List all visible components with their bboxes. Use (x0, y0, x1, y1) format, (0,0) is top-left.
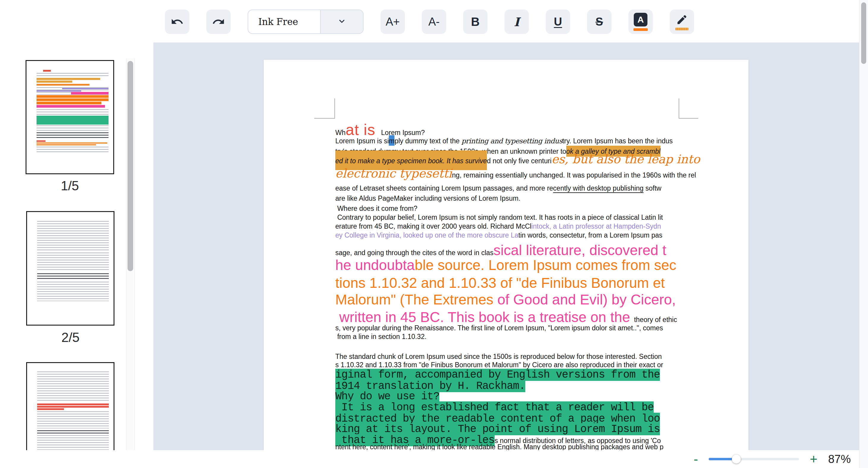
doc-line: king at its layout. The point of using L… (335, 423, 660, 435)
page-thumbnail-2[interactable] (26, 211, 115, 325)
main-scrollbar[interactable] (859, 0, 868, 468)
doc-line: tions 1.10.32 and 1.10.33 of "de Finibus… (335, 275, 665, 291)
page-thumbnail-3[interactable] (26, 362, 115, 450)
sidebar-scrollbar[interactable] (126, 58, 135, 450)
text-segment: of Good and Evil) by Cicero, (497, 292, 676, 307)
text-segment (375, 129, 381, 136)
text-segment: ease of Letraset sheets containing Lorem… (335, 184, 553, 192)
doc-line: electronic typesetting, remaining essent… (335, 166, 696, 180)
text-segment: electronic typesetti (335, 166, 452, 180)
page-label-2: 2/5 (26, 330, 115, 345)
bold-icon: B (471, 15, 480, 29)
doc-line: he undoubtable source. Lorem Ipsum comes… (335, 257, 676, 273)
thumbnail-1-preview (27, 61, 113, 173)
redo-button[interactable] (206, 9, 231, 34)
margin-mark-right-icon (679, 98, 679, 119)
undo-button[interactable] (165, 9, 189, 34)
text-segment: Contrary to popular belief, Lorem Ipsum … (335, 214, 663, 221)
highlighter-button[interactable] (670, 9, 694, 34)
doc-line: ease of Letraset sheets containing Lorem… (335, 184, 661, 192)
document-page[interactable]: What is Lorem Ipsum?Lorem Ipsum is simpl… (264, 60, 748, 450)
redo-icon (212, 15, 225, 28)
zoom-slider[interactable] (709, 455, 799, 464)
font-selector-value-area: Ink Free (248, 10, 320, 33)
doc-line: ed it to make a type specimen book. It h… (335, 152, 700, 166)
italic-button[interactable]: I (504, 9, 529, 34)
text-segment: intock, a Latin professor at Hampden-Syd… (531, 222, 661, 230)
text-segment: s, very popular during the Renaissance. … (335, 324, 663, 332)
zoom-in-button[interactable]: + (810, 453, 817, 466)
strikethrough-button[interactable]: S (587, 9, 612, 34)
text-segment: sage, and going through the cites of the… (335, 249, 493, 257)
doc-line: s, very popular during the Renaissance. … (335, 324, 663, 332)
text-segment: s 1.10.32 and 1.10.33 from "de Finibus B… (335, 361, 663, 369)
doc-line: What is Lorem Ipsum? (335, 121, 425, 139)
font-name-label: Ink Free (258, 17, 298, 27)
main-scrollbar-thumb[interactable] (861, 2, 866, 64)
text-segment: he undoubta (335, 257, 415, 273)
app-window: Ink Free A+ A- B I U S A (0, 0, 868, 468)
text-segment: es, but also the leap into (551, 152, 700, 166)
font-size-decrease-button[interactable]: A- (422, 9, 446, 34)
page-thumbnail-1[interactable] (26, 60, 114, 174)
font-selector[interactable]: Ink Free (248, 9, 364, 34)
text-segment: Where does it come from? (335, 205, 417, 212)
font-color-button[interactable]: A (628, 9, 653, 34)
doc-line: erature from 45 BC, making it over 2000 … (335, 222, 661, 230)
text-segment: sical literature, discovered t (493, 242, 666, 258)
pen-icon (676, 13, 688, 26)
text-segment: try. Lorem Ipsum has been the indus (562, 137, 673, 145)
bold-button[interactable]: B (463, 9, 488, 34)
text-segment: at is (346, 121, 375, 138)
doc-line: Malorum" (The Extremes of Good and Evil)… (335, 291, 676, 308)
text-segment: The standard chunk of Lorem Ipsum used s… (335, 353, 662, 361)
doc-line: from a line in section 1.10.32. (335, 333, 427, 340)
text-segment: Lorem Ipsum is si (335, 137, 389, 145)
underline-button[interactable]: U (546, 9, 570, 34)
doc-line: ey College in Virginia, looked up one of… (335, 231, 662, 239)
text-segment: Why do we use it? (335, 391, 439, 403)
doc-line: Contrary to popular belief, Lorem Ipsum … (335, 214, 663, 221)
doc-line: Where does it come from? (335, 205, 417, 212)
font-selector-dropdown[interactable] (320, 10, 363, 33)
zoom-slider-thumb[interactable] (732, 455, 741, 464)
text-segment: ble source. Lorem Ipsum comes from sec (415, 257, 676, 273)
text-segment: softw (644, 184, 661, 192)
zoom-level: 87% (828, 453, 851, 466)
text-segment: d not only five centuri (487, 157, 551, 165)
text-segment: cently with desktop publishing (553, 184, 644, 192)
zoom-controls: - + 87% (694, 450, 851, 468)
doc-line: ntent here, content here', making it loo… (335, 443, 663, 450)
text-segment: ey College in Virginia, looked up one of… (335, 231, 519, 239)
underline-icon: U (554, 15, 562, 28)
undo-icon (170, 15, 184, 28)
text-segment: erature from 45 BC, making it over 2000 … (335, 222, 531, 230)
text-segment: Malorum" (The Extremes (335, 292, 497, 307)
doc-line: The standard chunk of Lorem Ipsum used s… (335, 353, 662, 361)
font-color-swatch (633, 28, 648, 31)
margin-mark-left-icon (314, 118, 335, 119)
italic-icon: I (514, 15, 520, 29)
text-segment: are like Aldus PageMaker including versi… (335, 194, 521, 202)
text-segment: king at its layout. The point of using L… (335, 423, 660, 435)
font-size-decrease-label: A- (428, 15, 440, 28)
toolbar: Ink Free A+ A- B I U S A (0, 0, 859, 42)
zoom-out-button[interactable]: - (694, 453, 698, 466)
strikethrough-icon: S (595, 15, 603, 28)
text-segment: from a line in section 1.10.32. (335, 333, 427, 340)
doc-line: iginal form, accompanied by English vers… (335, 369, 660, 381)
text-segment: It is a long established fact that a rea… (335, 401, 654, 414)
doc-line: are like Aldus PageMaker including versi… (335, 194, 521, 202)
sidebar-scrollbar-thumb[interactable] (127, 61, 133, 271)
doc-line: s 1.10.32 and 1.10.33 from "de Finibus B… (335, 361, 663, 369)
document-area: What is Lorem Ipsum?Lorem Ipsum is simpl… (153, 42, 859, 450)
text-segment: tin words, consectetur, from a Lorem Ips… (519, 231, 662, 239)
font-size-increase-button[interactable]: A+ (380, 9, 405, 34)
doc-line: Lorem Ipsum is simply dummy text of the … (335, 137, 673, 145)
doc-line: sage, and going through the cites of the… (335, 242, 666, 258)
highlighter-swatch (675, 28, 688, 30)
font-color-icon: A (634, 13, 647, 27)
thumbnail-2-preview (27, 212, 114, 325)
text-segment: printing and typesetting indus (461, 137, 562, 145)
text-segment: Lorem Ipsum? (381, 129, 425, 136)
